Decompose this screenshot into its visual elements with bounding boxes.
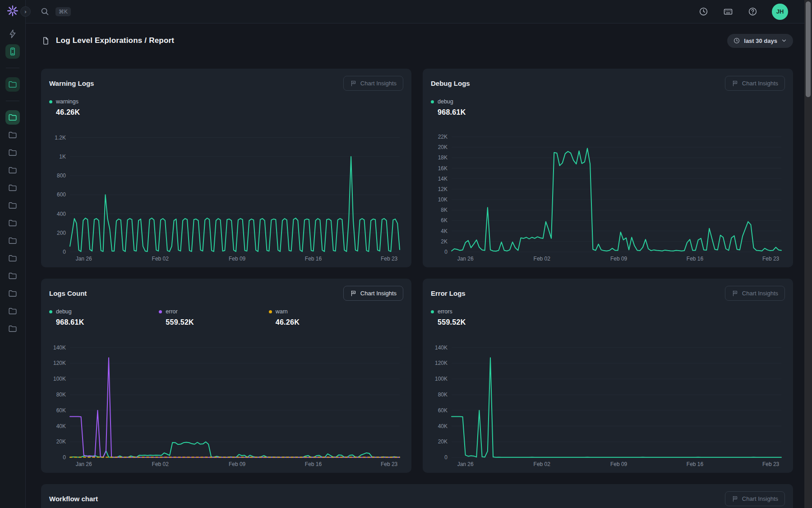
svg-text:140K: 140K	[435, 345, 448, 351]
sidebar-item-folder[interactable]	[5, 128, 20, 142]
clock-icon	[733, 37, 740, 44]
recent-activity-button[interactable]	[698, 6, 709, 17]
svg-text:Feb 02: Feb 02	[534, 256, 551, 262]
folder-icon	[8, 112, 18, 122]
card-workflow-chart: Workflow chart Chart Insights	[41, 484, 793, 508]
svg-text:20K: 20K	[438, 144, 448, 150]
svg-text:1K: 1K	[59, 154, 66, 160]
card-warning-logs: Warning Logs Chart Insights wa	[41, 69, 411, 267]
chart-insights-button[interactable]: Chart Insights	[343, 286, 403, 301]
document-icon	[41, 36, 50, 45]
card-error-logs: Error Logs Chart Insights erro	[423, 279, 793, 473]
svg-text:Feb 09: Feb 09	[610, 461, 627, 467]
sidebar-divider	[6, 101, 19, 101]
legend: debug 968.61K	[431, 98, 785, 117]
legend-dot	[269, 310, 272, 313]
sidebar-item-folder[interactable]	[5, 269, 20, 283]
sidebar-item-folder-pinned[interactable]	[5, 77, 20, 92]
sidebar-item-folder[interactable]	[5, 163, 20, 177]
svg-text:100K: 100K	[435, 376, 448, 382]
legend-dot	[49, 310, 52, 313]
chart-insights-button[interactable]: Chart Insights	[725, 491, 785, 506]
legend-item-debug[interactable]: debug 968.61K	[431, 98, 540, 117]
legend-item-debug[interactable]: debug 968.61K	[49, 308, 159, 326]
page-title: Log Level Explorations / Report	[56, 36, 174, 45]
sidebar-item-lightning[interactable]	[5, 27, 20, 41]
error-logs-chart[interactable]: 020K40K60K80K100K120K140KJan 26Feb 02Feb…	[431, 340, 785, 469]
chart-insights-button[interactable]: Chart Insights	[343, 76, 403, 91]
legend-value: 968.61K	[438, 108, 540, 117]
scrollbar[interactable]	[804, 0, 812, 508]
sidebar-item-folder[interactable]	[5, 216, 20, 230]
warning-logs-chart[interactable]: 02004006008001K1.2KJan 26Feb 02Feb 09Feb…	[49, 130, 403, 264]
time-range-button[interactable]: last 30 days	[727, 34, 793, 48]
card-title: Logs Count	[49, 289, 87, 297]
svg-text:80K: 80K	[438, 391, 448, 398]
starburst-logo-icon	[7, 5, 18, 17]
svg-text:20K: 20K	[438, 438, 448, 445]
sidebar-item-folder[interactable]	[5, 198, 20, 213]
svg-text:Jan 26: Jan 26	[457, 461, 474, 467]
svg-text:Jan 26: Jan 26	[76, 256, 92, 262]
sidebar-item-folder[interactable]	[5, 251, 20, 266]
chart-insights-button[interactable]: Chart Insights	[725, 76, 785, 91]
legend-item-warn[interactable]: warn 46.26K	[269, 308, 378, 326]
legend-item-errors[interactable]: errors 559.52K	[431, 308, 540, 326]
sidebar-item-folder[interactable]	[5, 181, 20, 195]
chart-insights-button[interactable]: Chart Insights	[725, 286, 785, 301]
search-shortcut-badge: ⌘K	[55, 7, 71, 16]
page-header: Log Level Explorations / Report last 30 …	[26, 23, 812, 58]
legend-value: 559.52K	[166, 318, 268, 326]
legend-dot	[159, 310, 162, 313]
clock-icon	[698, 6, 709, 17]
svg-text:Feb 23: Feb 23	[762, 461, 780, 467]
svg-text:12K: 12K	[438, 186, 448, 192]
sidebar-item-folder-selected[interactable]	[5, 110, 20, 125]
legend-dot	[49, 100, 52, 103]
svg-text:120K: 120K	[435, 360, 448, 366]
debug-logs-chart[interactable]: 02K4K6K8K10K12K14K16K18K20K22KJan 26Feb …	[431, 130, 785, 264]
folder-icon	[8, 236, 18, 246]
svg-text:Feb 02: Feb 02	[152, 461, 169, 467]
page-content: Log Level Explorations / Report last 30 …	[26, 23, 812, 508]
time-range-label: last 30 days	[744, 37, 777, 44]
logs-count-chart[interactable]: 020K40K60K80K100K120K140KJan 26Feb 02Feb…	[49, 340, 403, 469]
svg-text:Feb 23: Feb 23	[381, 256, 398, 262]
topbar: ⌘K	[26, 0, 812, 23]
legend: warnings 46.26K	[49, 98, 403, 117]
user-avatar[interactable]: JH	[772, 4, 788, 20]
svg-text:120K: 120K	[53, 360, 66, 366]
sidebar-collapse-button[interactable]: ›	[20, 6, 31, 17]
sidebar-item-folder[interactable]	[5, 145, 20, 160]
svg-text:Feb 09: Feb 09	[229, 461, 246, 467]
cards-grid: Warning Logs Chart Insights wa	[26, 58, 812, 508]
help-button[interactable]	[747, 6, 758, 17]
svg-text:140K: 140K	[53, 345, 66, 351]
legend-item-warnings[interactable]: warnings 46.26K	[49, 98, 159, 117]
sidebar	[0, 0, 26, 508]
svg-text:Jan 26: Jan 26	[76, 461, 92, 467]
sidebar-item-folder[interactable]	[5, 304, 20, 318]
folder-icon	[8, 253, 18, 263]
svg-text:60K: 60K	[56, 407, 66, 414]
svg-text:Feb 09: Feb 09	[610, 256, 627, 262]
folder-icon	[8, 271, 18, 281]
help-icon	[747, 6, 758, 17]
sidebar-item-folder[interactable]	[5, 233, 20, 248]
card-title: Debug Logs	[431, 79, 470, 87]
card-debug-logs: Debug Logs Chart Insights debu	[423, 69, 793, 267]
lightning-icon	[8, 29, 18, 39]
svg-text:Feb 23: Feb 23	[762, 256, 780, 262]
search-bar[interactable]: ⌘K	[40, 7, 71, 16]
scrollbar-thumb[interactable]	[806, 1, 811, 97]
folder-icon	[8, 165, 18, 175]
svg-text:Feb 16: Feb 16	[305, 256, 322, 262]
sidebar-item-device-active[interactable]	[5, 44, 20, 59]
sidebar-item-folder[interactable]	[5, 322, 20, 336]
legend-item-error[interactable]: error 559.52K	[159, 308, 268, 326]
folder-icon	[8, 324, 18, 334]
svg-text:Feb 16: Feb 16	[305, 461, 322, 467]
sidebar-item-folder[interactable]	[5, 286, 20, 301]
folder-icon	[8, 306, 18, 316]
keyboard-shortcuts-button[interactable]	[723, 6, 734, 17]
